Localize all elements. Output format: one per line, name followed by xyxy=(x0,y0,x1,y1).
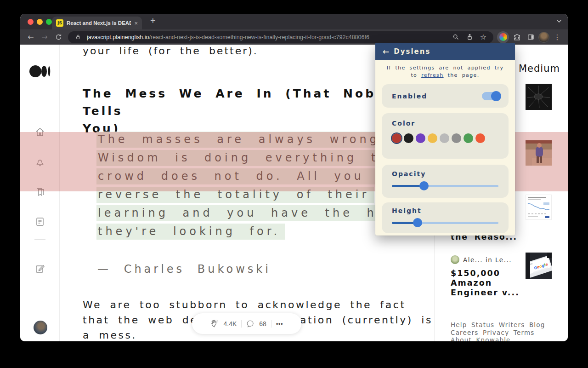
story-thumbnail-dark[interactable] xyxy=(526,84,552,110)
color-swatch-1[interactable] xyxy=(404,133,413,143)
medium-left-sidebar xyxy=(20,45,60,341)
article-paragraph: your life (for the better). xyxy=(83,45,258,57)
color-swatch-3[interactable] xyxy=(428,133,437,143)
story-thumbnail-chart[interactable] xyxy=(526,195,552,220)
reload-button[interactable] xyxy=(52,31,64,43)
color-swatch-0[interactable] xyxy=(392,133,401,143)
user-avatar[interactable] xyxy=(34,321,47,334)
author-avatar xyxy=(451,255,459,264)
popup-note: If the settings are not applied try to r… xyxy=(375,64,515,79)
comment-count[interactable]: 68 xyxy=(259,320,266,328)
height-slider-thumb[interactable] xyxy=(413,218,422,227)
url-path: /react-and-next-js-is-dead-something-new… xyxy=(149,34,369,40)
height-slider[interactable] xyxy=(392,218,498,227)
extensions-puzzle-icon[interactable] xyxy=(511,31,523,43)
bookmark-star-icon[interactable]: ☆ xyxy=(478,32,488,42)
enabled-toggle[interactable] xyxy=(482,92,500,100)
forward-button: → xyxy=(39,31,51,43)
refresh-link[interactable]: refresh xyxy=(421,72,443,78)
story-author-row[interactable]: Ale... in Le... xyxy=(451,255,512,264)
back-button[interactable]: ← xyxy=(25,31,37,43)
popup-header: ← Dyslens xyxy=(375,43,515,60)
share-icon[interactable] xyxy=(464,32,475,42)
lists-bookmark-icon[interactable] xyxy=(34,186,45,197)
opacity-slider-thumb[interactable] xyxy=(419,181,429,190)
tab-search-chevron-icon[interactable] xyxy=(556,18,562,24)
url-text: javascript.plainenglish.io/react-and-nex… xyxy=(87,34,447,40)
lock-icon xyxy=(73,32,83,42)
color-swatch-4[interactable] xyxy=(440,133,449,143)
back-arrow-icon[interactable]: ← xyxy=(383,47,389,56)
enabled-label: Enabled xyxy=(392,92,427,100)
write-pencil-icon[interactable] xyxy=(34,263,45,274)
tab-title: React and Next.js is DEAD — S xyxy=(67,20,131,26)
author-name: Ale... in Le... xyxy=(463,256,512,264)
engagement-bar: 4.4K 68 ••• xyxy=(192,313,301,334)
new-tab-button[interactable]: + xyxy=(150,16,156,26)
side-panel-icon[interactable] xyxy=(525,31,537,43)
story-title[interactable]: $150,000 Amazon Engineer v... xyxy=(451,269,520,298)
color-swatch-row xyxy=(392,133,498,143)
notifications-bell-icon[interactable] xyxy=(34,156,45,167)
url-bar[interactable]: javascript.plainenglish.io/react-and-nex… xyxy=(68,31,493,43)
sidebar-divider xyxy=(34,239,45,240)
popup-title: Dyslens xyxy=(394,47,430,56)
height-label: Height xyxy=(392,207,498,214)
url-domain: javascript.plainenglish.io xyxy=(87,34,149,40)
comment-icon[interactable] xyxy=(246,320,254,328)
home-icon[interactable] xyxy=(34,126,45,138)
browser-tab[interactable]: JS React and Next.js is DEAD — S × xyxy=(52,17,142,29)
tab-close-icon[interactable]: × xyxy=(134,20,138,27)
menu-kebab-icon[interactable]: ⋮ xyxy=(551,31,563,43)
stories-document-icon[interactable] xyxy=(34,216,45,227)
color-swatch-5[interactable] xyxy=(452,133,461,143)
color-swatch-7[interactable] xyxy=(475,133,485,143)
opacity-slider[interactable] xyxy=(392,181,498,190)
rail-footer-links[interactable]: Help Status Writers Blog Careers Privacy… xyxy=(451,321,545,341)
maximize-window-button[interactable] xyxy=(46,19,52,25)
more-options-icon[interactable]: ••• xyxy=(276,321,283,327)
enabled-card: Enabled xyxy=(382,84,509,108)
medium-wordmark[interactable]: Medium xyxy=(519,63,560,74)
opacity-card: Opacity xyxy=(382,165,509,198)
color-swatch-2[interactable] xyxy=(416,133,425,143)
color-label: Color xyxy=(392,120,498,127)
medium-logo[interactable] xyxy=(29,64,51,79)
color-swatch-6[interactable] xyxy=(464,133,473,143)
clap-icon[interactable] xyxy=(210,319,219,328)
story-thumbnail-photo[interactable] xyxy=(526,140,552,166)
dyslens-popup: ← Dyslens If the settings are not applie… xyxy=(375,43,515,236)
opacity-label: Opacity xyxy=(392,170,498,178)
profile-avatar[interactable] xyxy=(538,32,549,43)
quote-attribution: — Charles Bukowski xyxy=(97,263,271,276)
clap-count[interactable]: 4.4K xyxy=(224,320,237,328)
minimize-window-button[interactable] xyxy=(37,19,43,25)
js-favicon-icon: JS xyxy=(56,19,63,27)
height-card: Height xyxy=(382,202,509,233)
story-thumbnail-google[interactable]: Google xyxy=(526,253,552,279)
dyslens-extension-icon[interactable] xyxy=(497,31,509,43)
tab-strip: JS React and Next.js is DEAD — S × + xyxy=(20,14,568,29)
close-window-button[interactable] xyxy=(28,19,34,25)
browser-toolbar: ← → javascript.plainenglish.io/react-and… xyxy=(20,29,568,45)
zoom-icon[interactable] xyxy=(451,32,461,42)
browser-window: JS React and Next.js is DEAD — S × + ← →… xyxy=(20,14,568,341)
color-card: Color xyxy=(382,113,509,159)
